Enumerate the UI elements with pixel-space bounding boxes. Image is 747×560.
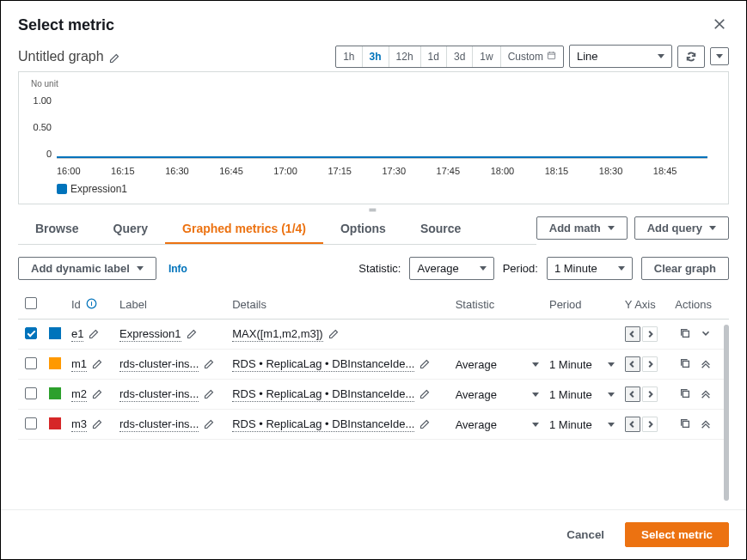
tab-graphed-metrics[interactable]: Graphed metrics (1/4) (165, 213, 323, 244)
pencil-icon (92, 419, 102, 429)
row-statistic[interactable]: Average (456, 418, 539, 431)
color-swatch[interactable] (49, 327, 61, 339)
yaxis-right[interactable] (642, 326, 658, 342)
yaxis-left[interactable] (625, 417, 640, 432)
svg-rect-0 (548, 52, 554, 59)
tab-options[interactable]: Options (323, 213, 403, 244)
add-query-button[interactable]: Add query (634, 216, 729, 240)
svg-rect-4 (683, 361, 689, 367)
collapse-icon[interactable] (700, 357, 712, 372)
statistic-select[interactable]: Average (409, 257, 493, 280)
time-custom[interactable]: Custom (501, 46, 563, 67)
pencil-icon (204, 359, 214, 369)
refresh-button[interactable] (677, 46, 705, 68)
time-12h[interactable]: 12h (389, 46, 421, 67)
duplicate-icon[interactable] (679, 357, 691, 372)
duplicate-icon[interactable] (679, 327, 691, 342)
scrollbar[interactable] (724, 325, 729, 501)
y-axis-label: No unit (28, 79, 707, 88)
info-icon[interactable]: i (86, 298, 97, 312)
row-checkbox[interactable] (25, 357, 37, 369)
row-details[interactable]: MAX([m1,m2,m3]) (232, 327, 322, 342)
refresh-options-button[interactable] (710, 47, 729, 65)
pencil-icon (187, 329, 197, 339)
legend-label[interactable]: Expression1 (70, 183, 127, 195)
caret-down-icon (137, 266, 144, 271)
row-statistic[interactable]: Average (456, 358, 539, 371)
color-swatch[interactable] (49, 387, 61, 399)
pencil-icon (204, 419, 214, 429)
collapse-icon[interactable] (700, 387, 712, 402)
duplicate-icon[interactable] (679, 387, 691, 402)
cancel-button[interactable]: Cancel (554, 522, 616, 547)
clear-graph-button[interactable]: Clear graph (641, 257, 729, 280)
add-dynamic-label-button[interactable]: Add dynamic label (18, 257, 156, 280)
row-id[interactable]: m2 (71, 387, 87, 402)
row-details[interactable]: RDS • ReplicaLag • DBInstanceIde... (232, 417, 414, 432)
chart-plot[interactable] (57, 88, 707, 159)
pencil-icon (419, 389, 430, 399)
yaxis-right[interactable] (642, 417, 658, 432)
yaxis-left[interactable] (625, 356, 640, 372)
close-button[interactable] (710, 15, 729, 36)
caret-down-icon (608, 423, 615, 427)
row-label[interactable]: rds-cluster-ins... (119, 357, 199, 372)
tabs: Browse Query Graphed metrics (1/4) Optio… (18, 213, 536, 245)
time-3h[interactable]: 3h (363, 46, 389, 67)
row-label[interactable]: rds-cluster-ins... (119, 417, 199, 432)
add-math-button[interactable]: Add math (536, 216, 628, 240)
table-row: m2rds-cluster-ins...RDS • ReplicaLag • D… (18, 380, 729, 410)
pencil-icon (92, 389, 102, 399)
row-checkbox[interactable] (25, 417, 37, 429)
caret-down-icon (716, 54, 723, 58)
row-period[interactable]: 1 Minute (549, 358, 615, 371)
graph-type-select[interactable]: Line (569, 45, 672, 68)
pencil-icon (92, 359, 102, 369)
row-details[interactable]: RDS • ReplicaLag • DBInstanceIde... (232, 357, 414, 372)
svg-rect-3 (683, 331, 689, 337)
row-id[interactable]: m3 (71, 417, 87, 432)
select-all-checkbox[interactable] (25, 297, 37, 309)
row-checkbox[interactable] (25, 327, 37, 339)
svg-text:i: i (90, 300, 92, 307)
yaxis-right[interactable] (642, 387, 658, 402)
drag-handle[interactable]: ═ (18, 204, 729, 213)
info-link[interactable]: Info (168, 263, 187, 275)
yaxis-left[interactable] (625, 387, 640, 402)
graph-title[interactable]: Untitled graph (18, 49, 119, 64)
time-1h[interactable]: 1h (336, 46, 362, 67)
close-icon (713, 18, 726, 30)
period-label: Period: (503, 262, 538, 275)
time-1d[interactable]: 1d (421, 46, 447, 67)
row-statistic[interactable]: Average (456, 388, 539, 401)
tab-query[interactable]: Query (96, 213, 165, 244)
table-row: e1Expression1MAX([m1,m2,m3]) (18, 320, 729, 350)
row-details[interactable]: RDS • ReplicaLag • DBInstanceIde... (232, 387, 414, 402)
pencil-icon (204, 389, 214, 399)
collapse-icon[interactable] (700, 417, 712, 432)
caret-down-icon (532, 362, 539, 367)
row-id[interactable]: m1 (71, 357, 87, 372)
time-1w[interactable]: 1w (473, 46, 500, 67)
yaxis-left[interactable] (625, 326, 640, 342)
chart-area: No unit 1.00 0.50 0 16:00 16:15 16:30 16… (18, 71, 729, 204)
period-select[interactable]: 1 Minute (547, 257, 633, 280)
caret-down-icon (709, 226, 716, 230)
time-3d[interactable]: 3d (447, 46, 473, 67)
collapse-icon[interactable] (700, 327, 712, 342)
select-metric-button[interactable]: Select metric (625, 522, 729, 547)
row-period[interactable]: 1 Minute (549, 388, 615, 401)
row-checkbox[interactable] (25, 387, 37, 399)
pencil-icon (419, 419, 430, 429)
duplicate-icon[interactable] (679, 417, 691, 432)
pencil-icon (89, 329, 99, 339)
tab-browse[interactable]: Browse (18, 213, 96, 244)
row-id[interactable]: e1 (71, 327, 83, 342)
row-label[interactable]: rds-cluster-ins... (119, 387, 199, 402)
row-label[interactable]: Expression1 (119, 327, 181, 342)
row-period[interactable]: 1 Minute (549, 418, 615, 431)
color-swatch[interactable] (49, 417, 61, 429)
color-swatch[interactable] (49, 357, 61, 369)
yaxis-right[interactable] (642, 356, 658, 372)
tab-source[interactable]: Source (403, 213, 478, 244)
